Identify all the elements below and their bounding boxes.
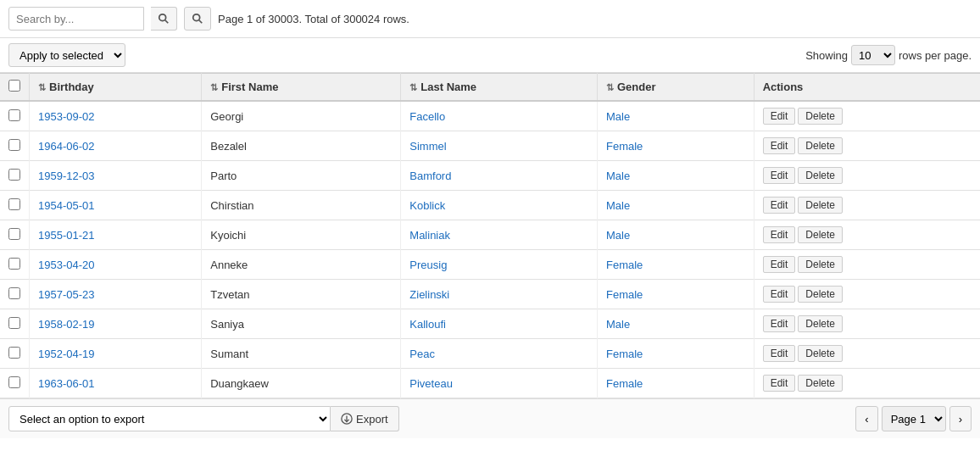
col-gender[interactable]: ⇅Gender [597,74,754,102]
row-checkbox-6[interactable] [8,287,20,299]
row-checkbox-2[interactable] [8,169,20,181]
delete-button-1[interactable]: Delete [798,137,843,154]
export-area: Select an option to export Export [8,406,399,431]
row-checkbox-cell[interactable] [0,131,30,161]
row-lastname-1: Simmel [401,131,598,161]
col-last-name[interactable]: ⇅Last Name [401,74,598,102]
row-checkbox-7[interactable] [8,317,20,329]
export-button[interactable]: Export [331,406,399,431]
edit-button-4[interactable]: Edit [763,226,796,243]
prev-icon: ‹ [865,413,868,426]
sort-arrows-birthday: ⇅ [38,82,46,92]
advanced-search-icon [192,13,203,25]
row-actions-2: Edit Delete [754,161,980,191]
bottom-bar: Select an option to export Export ‹ Page… [0,398,980,438]
row-gender-7: Male [597,309,754,339]
delete-button-3[interactable]: Delete [798,197,843,214]
row-actions-0: Edit Delete [754,101,980,131]
apply-selected-dropdown[interactable]: Apply to selected [8,43,125,67]
prev-page-button[interactable]: ‹ [855,406,877,431]
edit-button-1[interactable]: Edit [763,137,796,154]
row-checkbox-4[interactable] [8,228,20,240]
row-actions-1: Edit Delete [754,131,980,161]
table-row: 1957-05-23 Tzvetan Zielinski Female Edit… [0,280,980,309]
row-birthday-1: 1964-06-02 [30,131,202,161]
row-gender-2: Male [597,161,754,191]
row-lastname-9: Piveteau [401,369,598,398]
row-checkbox-1[interactable] [8,139,20,151]
select-all-checkbox[interactable] [8,80,20,92]
edit-button-5[interactable]: Edit [763,256,796,273]
table-row: 1954-05-01 Chirstian Koblick Male Edit D… [0,191,980,220]
edit-button-0[interactable]: Edit [763,108,796,125]
row-checkbox-cell[interactable] [0,309,30,339]
row-firstname-2: Parto [202,161,401,191]
search-button[interactable] [151,7,177,31]
rows-per-page-select[interactable]: 10 25 50 100 [851,45,895,65]
export-label: Export [356,413,388,426]
edit-button-2[interactable]: Edit [763,167,796,184]
delete-button-6[interactable]: Delete [798,286,843,303]
row-firstname-4: Kyoichi [202,220,401,250]
row-lastname-8: Peac [401,339,598,369]
pagination: ‹ Page 1 › [855,406,972,431]
toolbar: Apply to selected Showing 10 25 50 100 r… [0,38,980,73]
row-checkbox-9[interactable] [8,376,20,388]
advanced-search-button[interactable] [184,7,211,31]
row-lastname-2: Bamford [401,161,598,191]
row-checkbox-cell[interactable] [0,369,30,398]
row-checkbox-cell[interactable] [0,101,30,131]
row-lastname-0: Facello [401,101,598,131]
col-first-name[interactable]: ⇅First Name [202,74,401,102]
row-checkbox-cell[interactable] [0,161,30,191]
delete-button-4[interactable]: Delete [798,226,843,243]
edit-button-3[interactable]: Edit [763,197,796,214]
row-checkbox-cell[interactable] [0,339,30,369]
export-option-select[interactable]: Select an option to export [8,406,331,431]
delete-button-9[interactable]: Delete [798,375,843,392]
row-checkbox-cell[interactable] [0,280,30,309]
row-gender-8: Female [597,339,754,369]
delete-button-7[interactable]: Delete [798,315,843,332]
delete-button-2[interactable]: Delete [798,167,843,184]
row-birthday-7: 1958-02-19 [30,309,202,339]
table-row: 1958-02-19 Saniya Kalloufi Male Edit Del… [0,309,980,339]
edit-button-7[interactable]: Edit [763,315,796,332]
table-header-row: ⇅Birthday ⇅First Name ⇅Last Name ⇅Gender… [0,74,980,102]
edit-button-8[interactable]: Edit [763,345,796,362]
row-checkbox-cell[interactable] [0,220,30,250]
search-input[interactable] [8,7,144,31]
edit-button-9[interactable]: Edit [763,375,796,392]
col-birthday[interactable]: ⇅Birthday [30,74,202,102]
edit-button-6[interactable]: Edit [763,286,796,303]
table-row: 1963-06-01 Duangkaew Piveteau Female Edi… [0,369,980,398]
row-firstname-7: Saniya [202,309,401,339]
delete-button-8[interactable]: Delete [798,345,843,362]
row-checkbox-8[interactable] [8,347,20,359]
row-lastname-5: Preusig [401,250,598,280]
svg-line-3 [199,20,203,24]
search-icon [158,13,170,25]
row-checkbox-5[interactable] [8,258,20,270]
select-all-cell[interactable] [0,74,30,102]
rows-per-page-container: Showing 10 25 50 100 rows per page. [805,45,972,65]
row-checkbox-cell[interactable] [0,250,30,280]
page-info: Page 1 of 30003. Total of 300024 rows. [218,13,409,25]
row-lastname-3: Koblick [401,191,598,220]
delete-button-0[interactable]: Delete [798,108,843,125]
row-lastname-4: Maliniak [401,220,598,250]
row-firstname-9: Duangkaew [202,369,401,398]
rows-per-page-label: rows per page. [899,49,972,62]
next-page-button[interactable]: › [949,406,972,431]
row-firstname-3: Chirstian [202,191,401,220]
row-gender-5: Female [597,250,754,280]
row-checkbox-3[interactable] [8,198,20,210]
page-select[interactable]: Page 1 [882,406,946,431]
row-checkbox-0[interactable] [8,109,20,121]
delete-button-5[interactable]: Delete [798,256,843,273]
row-actions-8: Edit Delete [754,339,980,369]
row-actions-7: Edit Delete [754,309,980,339]
row-birthday-5: 1953-04-20 [30,250,202,280]
row-birthday-9: 1963-06-01 [30,369,202,398]
row-checkbox-cell[interactable] [0,191,30,220]
